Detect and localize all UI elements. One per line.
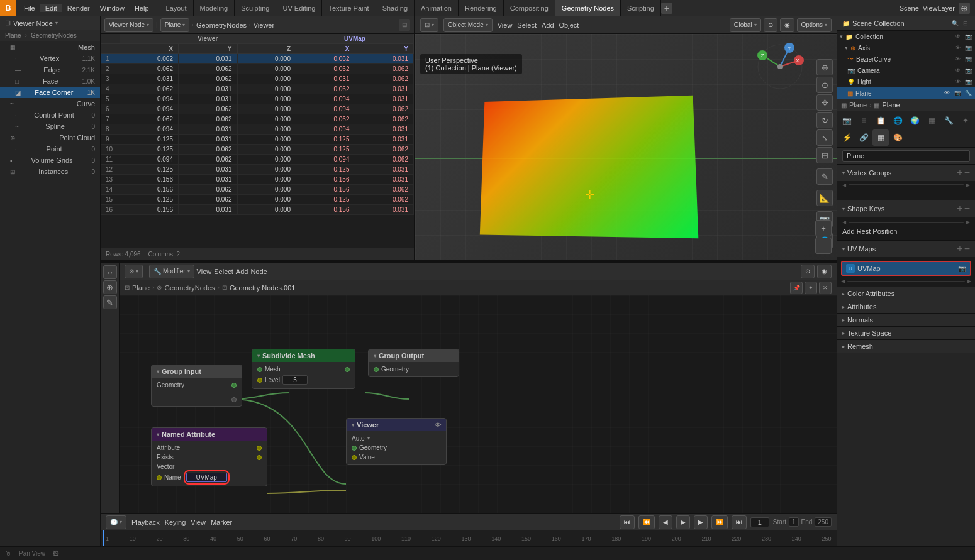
uv-maps-header[interactable]: ▾ UV Maps + − [837, 241, 975, 257]
sidebar-item-control-point[interactable]: · Control Point 0 [0, 109, 100, 121]
view-menu[interactable]: View [498, 21, 513, 29]
help-menu[interactable]: Help [130, 4, 154, 12]
props-tab-render[interactable]: 📷 [838, 113, 855, 129]
marker-menu[interactable]: Marker [211, 519, 232, 526]
geo-nodes-tool-3[interactable]: ✎ [103, 295, 117, 309]
new-tree-button[interactable]: + [805, 282, 817, 294]
editor-type-dropdown[interactable]: ⊡ ▾ [420, 18, 438, 32]
viewport-measure-btn[interactable]: 📐 [816, 190, 833, 206]
workspace-tab-scripting[interactable]: Scripting [621, 0, 661, 16]
scene-options-button[interactable]: ⊕ [959, 3, 970, 14]
viewer-node[interactable]: ▾ Viewer 👁 Auto ▾ [346, 418, 447, 465]
workspace-tab-texture-paint[interactable]: Texture Paint [322, 0, 376, 16]
plane-selector[interactable]: Plane ▾ [160, 18, 190, 32]
filter-button[interactable]: ⊟ [399, 19, 410, 31]
subdivide-level-input[interactable] [282, 375, 308, 385]
light-item[interactable]: 💡 Light 👁 📷 [837, 76, 975, 87]
collection-render-icon[interactable]: 📷 [964, 32, 972, 41]
viewport-rotate-btn[interactable]: ↻ [816, 112, 833, 128]
edit-menu[interactable]: Edit [40, 4, 62, 12]
jump-to-end-btn[interactable]: ⏭ [732, 515, 747, 529]
keying-menu[interactable]: Keying [165, 519, 186, 526]
light-render-icon[interactable]: 📷 [964, 77, 972, 86]
bezier-render-icon[interactable]: 📷 [964, 55, 972, 63]
normals-header[interactable]: ▸ Normals [837, 314, 975, 326]
props-tab-output[interactable]: 🖥 [855, 113, 872, 129]
named-attr-exists-socket[interactable] [257, 455, 262, 460]
table-row[interactable]: 8 0.094 0.031 0.000 0.094 0.031 [101, 124, 414, 135]
object-mode-dropdown[interactable]: Object Mode ▾ [443, 18, 493, 32]
viewport-cursor-btn[interactable]: ⊙ [816, 77, 833, 93]
sidebar-item-face[interactable]: □ Face 1.0K [0, 75, 100, 87]
breadcrumb-geo-nodes-001[interactable]: Geometry Nodes.001 [230, 284, 296, 292]
viewer-node-dropdown[interactable]: Viewer Node ▾ [104, 18, 153, 32]
sidebar-item-mesh[interactable]: ▦ Mesh [0, 41, 100, 53]
table-row[interactable]: 1 0.062 0.031 0.000 0.062 0.031 [101, 54, 414, 64]
shape-keys-header[interactable]: ▾ Shape Keys + − [837, 200, 975, 217]
plane-visibility-icon[interactable]: 👁 [942, 89, 951, 97]
viewport-scale-btn[interactable]: ⤡ [816, 129, 833, 146]
timeline-ruler[interactable]: 1 10 20 30 40 50 60 70 80 90 100 110 120… [101, 530, 837, 546]
props-tab-view-layer[interactable]: 📋 [872, 113, 889, 129]
workspace-tab-geometry-nodes[interactable]: Geometry Nodes [555, 0, 621, 16]
current-frame-display[interactable]: 1 [750, 517, 769, 527]
sidebar-item-point-cloud[interactable]: ⊚ Point Cloud [0, 132, 100, 143]
props-tab-particles[interactable]: ✦ [957, 113, 974, 129]
props-tab-object[interactable]: ▦ [923, 113, 940, 129]
object-menu[interactable]: Object [559, 21, 579, 29]
node-menu-geo[interactable]: Node [250, 268, 267, 275]
plane-item[interactable]: ▦ Plane 👁 📷 🔧 [837, 87, 975, 99]
navigation-gizmo[interactable]: X Y Z [755, 41, 805, 93]
shape-keys-remove-btn[interactable]: − [964, 203, 970, 214]
table-row[interactable]: 12 0.125 0.031 0.000 0.125 0.031 [101, 165, 414, 175]
viewer-value-socket[interactable] [352, 455, 357, 460]
global-transform-btn[interactable]: Global ▾ [730, 18, 761, 32]
view-menu-geo[interactable]: View [197, 268, 212, 275]
uvmap-camera-icon[interactable]: 📷 [957, 264, 966, 273]
texture-space-header[interactable]: ▸ Texture Space [837, 327, 975, 339]
named-attribute-node[interactable]: ▾ Named Attribute Attribute Exists [151, 427, 267, 486]
table-row[interactable]: 15 0.125 0.062 0.000 0.125 0.062 [101, 195, 414, 205]
breadcrumb-geo-nodes[interactable]: GeometryNodes [164, 284, 214, 292]
group-input-geometry-socket[interactable] [231, 383, 237, 388]
table-row[interactable]: 10 0.125 0.062 0.000 0.125 0.062 [101, 145, 414, 155]
viewport-transform-btn[interactable]: ⊞ [816, 147, 833, 163]
workspace-tab-uv-editing[interactable]: UV Editing [276, 0, 322, 16]
select-menu-geo[interactable]: Select [214, 268, 233, 275]
uvmap-item[interactable]: U UVMap 📷 [841, 261, 971, 276]
window-menu[interactable]: Window [95, 4, 130, 12]
plane-modifier-icon[interactable]: 🔧 [964, 89, 972, 97]
table-row[interactable]: 5 0.094 0.031 0.000 0.094 0.031 [101, 94, 414, 104]
filter-scene-button[interactable]: ⊟ [961, 19, 970, 28]
bezier-visibility-icon[interactable]: 👁 [953, 55, 962, 63]
group-input-extra-socket[interactable] [231, 397, 237, 402]
subdivide-mesh-in-socket[interactable] [257, 367, 262, 372]
axis-render-icon[interactable]: 📷 [964, 43, 972, 52]
camera-render-icon[interactable]: 📷 [964, 66, 972, 75]
table-row[interactable]: 6 0.094 0.062 0.000 0.094 0.062 [101, 104, 414, 114]
viewport-overlay-btn[interactable]: ⊙ [764, 18, 777, 32]
props-tab-world[interactable]: 🌍 [906, 113, 923, 129]
viewer-geometry-socket[interactable] [352, 446, 357, 451]
subdivide-mesh-node[interactable]: ▾ Subdivide Mesh Mesh Level [252, 349, 355, 389]
table-row[interactable]: 13 0.156 0.031 0.000 0.156 0.031 [101, 175, 414, 185]
select-menu[interactable]: Select [517, 21, 537, 29]
group-output-geometry-socket[interactable] [374, 367, 379, 372]
table-row[interactable]: 11 0.094 0.062 0.000 0.094 0.062 [101, 155, 414, 165]
remesh-header[interactable]: ▸ Remesh [837, 340, 975, 353]
props-tab-physics[interactable]: ⚡ [838, 129, 855, 146]
sidebar-item-spline[interactable]: ~ Spline 0 [0, 121, 100, 132]
props-tab-scene[interactable]: 🌐 [889, 113, 906, 129]
pin-button[interactable]: 📌 [790, 282, 803, 294]
props-breadcrumb-plane-1[interactable]: Plane [849, 101, 867, 109]
viewport-annotate-btn[interactable]: ✎ [816, 168, 833, 185]
color-attributes-header[interactable]: ▸ Color Attributes [837, 287, 975, 300]
file-menu[interactable]: File [19, 4, 40, 12]
zoom-out-btn[interactable]: − [815, 238, 832, 254]
sidebar-item-edge[interactable]: — Edge 2.1K [0, 64, 100, 75]
jump-to-start-btn[interactable]: ⏮ [620, 515, 635, 529]
sidebar-item-volume-grids[interactable]: ▪ Volume Grids 0 [0, 155, 100, 166]
search-scene-button[interactable]: 🔍 [950, 19, 959, 28]
geo-nodes-tool-1[interactable]: ↔ [103, 265, 117, 279]
collection-item[interactable]: ▾ 📁 Collection 👁 📷 [837, 31, 975, 42]
